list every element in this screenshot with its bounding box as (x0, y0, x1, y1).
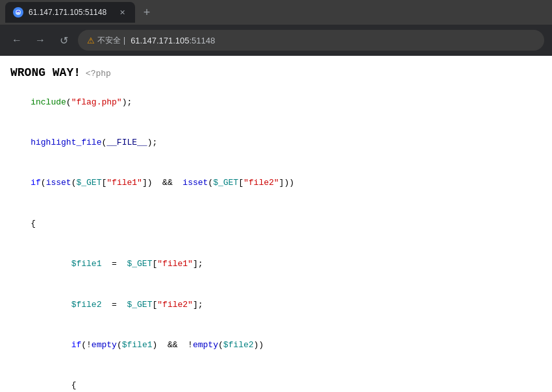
content-area: WRONG WAY! <?php include("flag.php"); hi… (0, 56, 552, 392)
reload-button[interactable]: ↺ (55, 31, 73, 49)
code-line-2: highlight_file(__FILE__); (10, 123, 542, 163)
code-line-7: if(!empty($file1) && !empty($file2)) (10, 325, 542, 365)
code-line-8: { (10, 366, 542, 392)
title-bar: 61.147.171.105:51148 ✕ + (0, 0, 552, 25)
forward-button[interactable]: → (31, 31, 49, 49)
url-domain: 61.147.171.105:51148 (131, 36, 215, 45)
warning-icon: ⚠ (87, 36, 95, 45)
wrong-way-text: WRONG WAY! (10, 66, 81, 79)
code-line-6: $file2 = $_GET["file2"]; (10, 285, 542, 325)
code-line-5: $file1 = $_GET["file1"]; (10, 244, 542, 284)
code-include: include (31, 97, 66, 107)
url-domain-text: 61.147.171.105 (131, 36, 189, 45)
code-line-1: include("flag.php"); (10, 82, 542, 123)
back-button[interactable]: ← (8, 31, 26, 49)
active-tab[interactable]: 61.147.171.105:51148 ✕ (5, 2, 135, 23)
tab-close-button[interactable]: ✕ (117, 7, 127, 18)
new-tab-button[interactable]: + (138, 3, 156, 21)
url-port-text: :51148 (190, 36, 216, 45)
tab-favicon (13, 7, 23, 18)
url-bar[interactable]: ⚠ 不安全 | 61.147.171.105:51148 (78, 30, 544, 51)
code-line-3: if(isset($_GET["file1"]) && isset($_GET[… (10, 164, 542, 204)
svg-point-0 (16, 10, 21, 15)
wrong-way-line: WRONG WAY! <?php (10, 64, 542, 82)
code-line-4: { (10, 204, 542, 244)
address-bar: ← → ↺ ⚠ 不安全 | 61.147.171.105:51148 (0, 25, 552, 56)
tab-title: 61.147.171.105:51148 (29, 8, 112, 17)
security-warning: ⚠ 不安全 | (87, 35, 125, 46)
security-label: 不安全 (97, 35, 121, 46)
url-separator: | (123, 36, 125, 45)
php-open-tag: <?php (86, 69, 111, 79)
tab-area: 61.147.171.105:51148 ✕ + (5, 0, 547, 25)
